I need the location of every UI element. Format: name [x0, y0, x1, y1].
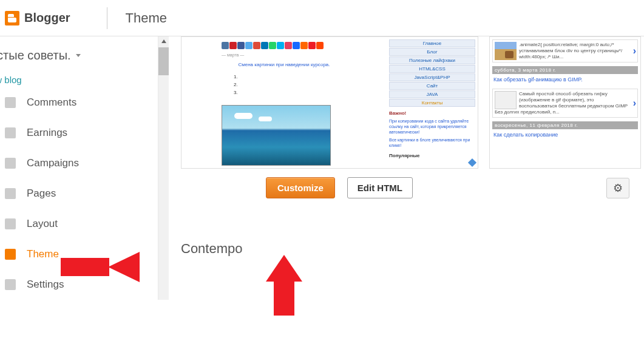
edit-html-button[interactable]: Edit HTML: [347, 177, 413, 198]
preview-menu-item: HTML&CSS: [389, 65, 475, 73]
separator: [107, 7, 107, 29]
blog-selector[interactable]: остые советы.: [0, 49, 81, 63]
preview-menu-item: Полезные лайфхаки: [389, 56, 475, 64]
preview-side-text: Все картинки в блоге увеличиваются при к…: [389, 137, 475, 148]
scroll-up-icon[interactable]: [158, 36, 169, 46]
preview2-thumb: [495, 91, 517, 109]
share-icon: [293, 42, 300, 49]
blog-name-text: остые советы.: [0, 49, 71, 63]
preview-menu-item: Главное: [389, 39, 475, 47]
annotation-arrow-icon: [266, 255, 302, 316]
list-item: 2.: [234, 81, 383, 89]
share-icon: [308, 42, 316, 49]
preview2-date: суббота, 3 марта 2018 г.: [492, 66, 638, 74]
pages-icon: [5, 188, 16, 199]
preview-menu-item: JavaScript&PHP: [389, 73, 475, 81]
preview-menu-item: Блог: [389, 48, 475, 56]
share-icon: [237, 42, 245, 49]
chevron-right-icon: ›: [633, 46, 636, 56]
share-icon: [285, 42, 292, 49]
page-title: Theme: [126, 10, 167, 26]
theme-section-label: Contempo: [181, 241, 644, 257]
campaigns-icon: [5, 158, 16, 169]
sidebar-label: Campaigns: [27, 157, 79, 169]
scroll-thumb[interactable]: [158, 47, 169, 75]
sidebar-item-earnings[interactable]: Earnings: [0, 118, 158, 148]
sidebar-scrollbar[interactable]: [158, 36, 169, 300]
sidebar-label: Earnings: [27, 127, 67, 139]
settings-icon: [5, 279, 16, 290]
preview-post-title: Смена картинки при наведении курсора.: [185, 62, 383, 67]
list-item: 1.: [234, 73, 383, 81]
preview2-card: .animate2{ position:relative; margin:0 a…: [492, 39, 638, 63]
preview2-date: воскресенье, 11 февраля 2018 г.: [492, 121, 638, 129]
preview-tiny-caption: — марта —: [185, 53, 383, 57]
preview-side-text: При копировании кода с сайта удаляйте сс…: [389, 118, 475, 135]
preview2-link: Как сделать копирование: [490, 130, 640, 141]
preview2-thumb: [495, 42, 517, 60]
customize-button[interactable]: Customize: [266, 177, 335, 198]
share-icon: [261, 42, 268, 49]
sidebar-label: Theme: [27, 248, 59, 260]
share-icon: [316, 42, 324, 49]
sidebar-label: Comments: [27, 96, 76, 109]
preview2-link: Как обрезать gif-анимацию в GIMP.: [490, 75, 640, 86]
preview-post-image: [222, 105, 331, 166]
annotation-arrow-icon: [61, 252, 140, 282]
blogger-logo-icon[interactable]: [5, 11, 19, 25]
share-icon: [253, 42, 260, 49]
list-item: 3.: [234, 89, 383, 97]
preview-menu-item: JAVA: [389, 90, 475, 98]
layout-icon: [5, 218, 16, 229]
view-blog-link[interactable]: ew blog: [0, 75, 158, 85]
sidebar-item-layout[interactable]: Layout: [0, 209, 158, 239]
theme-preview-live[interactable]: — марта — Смена картинки при наведении к…: [181, 36, 478, 169]
share-icon: [300, 42, 308, 49]
share-icon: [222, 42, 229, 49]
theme-icon: [5, 249, 16, 260]
theme-settings-button[interactable]: ⚙: [606, 178, 629, 198]
share-icon: [269, 42, 276, 49]
sidebar-item-campaigns[interactable]: Campaigns: [0, 148, 158, 178]
comments-icon: [5, 97, 16, 108]
brand-name: Blogger: [24, 11, 70, 25]
preview-menu-item: Контакты: [389, 99, 475, 107]
share-icons-row: [185, 42, 383, 49]
sidebar-label: Layout: [27, 218, 58, 230]
sidebar-item-pages[interactable]: Pages: [0, 178, 158, 209]
sidebar-label: Settings: [27, 279, 64, 291]
share-icon: [229, 42, 237, 49]
share-icon: [277, 42, 284, 49]
theme-preview-mobile[interactable]: .animate2{ position:relative; margin:0 a…: [489, 36, 641, 169]
top-bar: Blogger Theme: [0, 0, 644, 36]
share-icon: [245, 42, 253, 49]
earnings-icon: [5, 127, 16, 138]
sidebar-label: Pages: [27, 188, 56, 200]
preview2-card: Самый простой способ обрезать гифку (изо…: [492, 89, 638, 118]
sidebar-item-comments[interactable]: Comments: [0, 87, 158, 118]
preview-side-pop: Популярные: [389, 153, 475, 158]
chevron-right-icon: ›: [633, 98, 636, 109]
preview-side-heading: Важно!: [389, 110, 475, 116]
gear-icon: ⚙: [613, 181, 623, 195]
preview-menu-item: Сайт: [389, 82, 475, 90]
